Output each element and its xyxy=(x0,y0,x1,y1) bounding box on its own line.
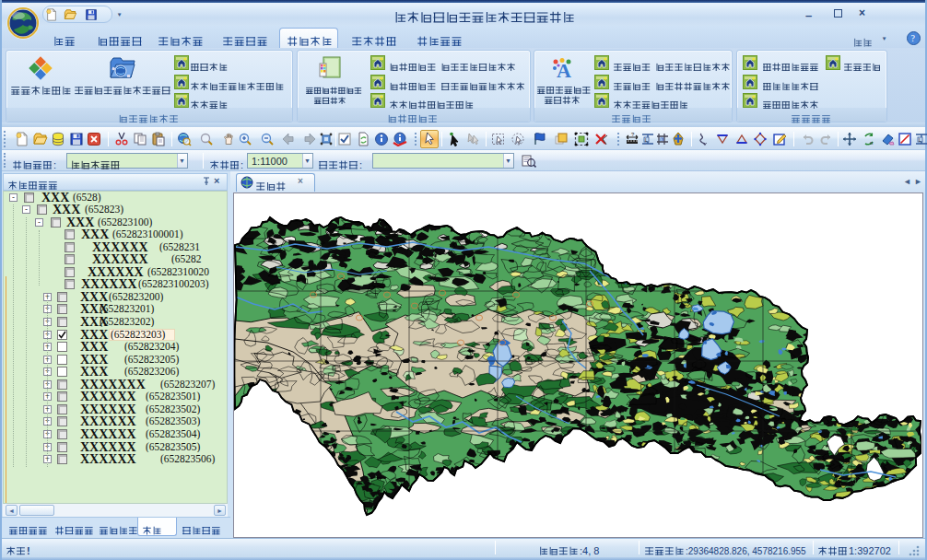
svg-text:?: ? xyxy=(911,33,916,43)
svg-text:L: L xyxy=(645,137,648,143)
svg-text:?: ? xyxy=(631,132,635,137)
svg-text:n: n xyxy=(870,140,873,146)
svg-text:L: L xyxy=(919,137,921,143)
